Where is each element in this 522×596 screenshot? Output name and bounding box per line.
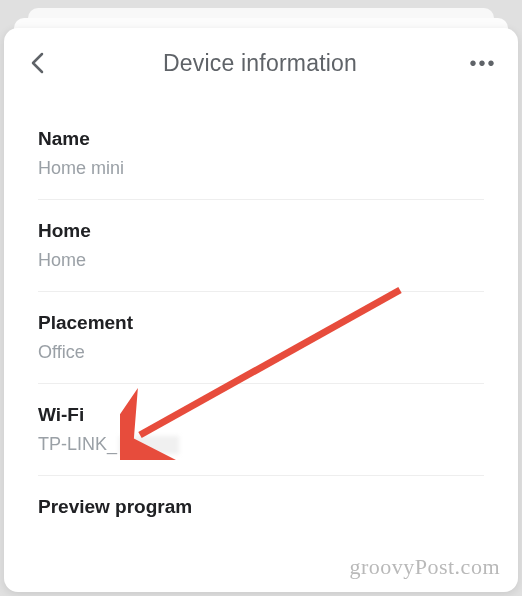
placement-section[interactable]: Placement Office [38,292,484,384]
wifi-section[interactable]: Wi-Fi TP-LINK_ [38,384,484,476]
placement-label: Placement [38,312,484,334]
placement-value: Office [38,342,484,363]
chevron-left-icon [30,52,44,74]
more-horizontal-icon: ••• [469,53,496,73]
home-section[interactable]: Home Home [38,200,484,292]
page-title: Device information [52,50,468,77]
home-label: Home [38,220,484,242]
wifi-blurred-suffix [119,436,179,454]
home-value: Home [38,250,484,271]
name-label: Name [38,128,484,150]
more-options-button[interactable]: ••• [468,48,498,78]
watermark-text: groovyPost.com [349,554,500,580]
device-info-card: Device information ••• Name Home mini Ho… [4,28,518,592]
name-section[interactable]: Name Home mini [38,108,484,200]
content-area: Name Home mini Home Home Placement Offic… [4,98,518,546]
preview-program-label: Preview program [38,496,484,518]
wifi-value-container: TP-LINK_ [38,434,179,455]
name-value: Home mini [38,158,484,179]
preview-program-section[interactable]: Preview program [38,476,484,546]
header-bar: Device information ••• [4,28,518,98]
back-button[interactable] [22,48,52,78]
wifi-label: Wi-Fi [38,404,484,426]
wifi-value: TP-LINK_ [38,434,117,455]
